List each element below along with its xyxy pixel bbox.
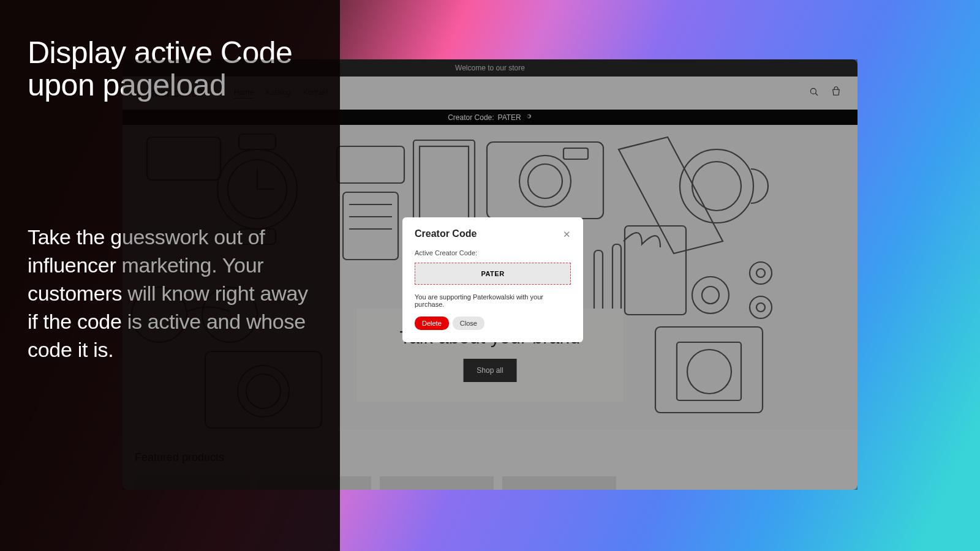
modal-title: Creator Code — [415, 228, 477, 239]
modal-support-text: You are supporting Paterkowalski with yo… — [415, 293, 571, 308]
creator-code-modal: Creator Code ✕ Active Creator Code: PATE… — [402, 217, 583, 342]
modal-label: Active Creator Code: — [415, 249, 571, 257]
close-button[interactable]: Close — [453, 317, 484, 330]
delete-button[interactable]: Delete — [415, 317, 449, 330]
active-code-display: PATER — [415, 263, 571, 285]
close-icon[interactable]: ✕ — [563, 230, 571, 239]
